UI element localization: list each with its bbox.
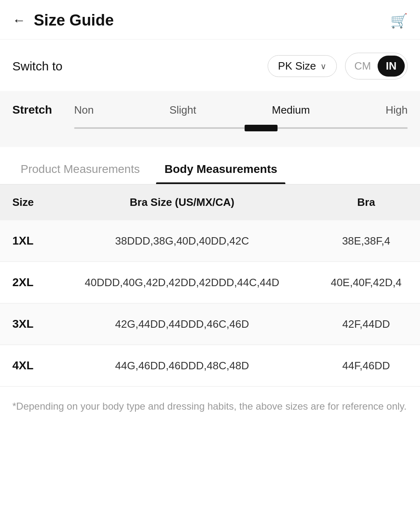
tab-product-measurements[interactable]: Product Measurements xyxy=(12,151,148,184)
stretch-slider[interactable] xyxy=(74,124,408,132)
tabs-section: Product Measurements Body Measurements xyxy=(0,151,420,184)
cell-size: 2XL xyxy=(0,262,52,303)
cell-bra: 44F,46DD xyxy=(312,345,420,387)
header: ← Size Guide 🛒 xyxy=(0,0,420,40)
cell-size: 1XL xyxy=(0,220,52,262)
measurements-table-wrapper: Size Bra Size (US/MX/CA) Bra 1XL 38DDD,3… xyxy=(0,184,420,387)
col-size-header: Size xyxy=(0,184,52,220)
table-row: 2XL 40DDD,40G,42D,42DD,42DDD,44C,44D 40E… xyxy=(0,262,420,303)
stretch-label: Stretch xyxy=(12,103,62,117)
cell-bra: 40E,40F,42D,4 xyxy=(312,262,420,303)
cell-bra-us: 38DDD,38G,40D,40DD,42C xyxy=(52,220,312,262)
cart-icon[interactable]: 🛒 xyxy=(390,12,408,29)
cell-bra-us: 44G,46DD,46DDD,48C,48D xyxy=(52,345,312,387)
switch-row: Switch to PK Size ∨ CM IN xyxy=(0,40,420,91)
page-title: Size Guide xyxy=(34,12,390,29)
unit-in-option[interactable]: IN xyxy=(378,56,405,77)
table-row: 4XL 44G,46DD,46DDD,48C,48D 44F,46DD xyxy=(0,345,420,387)
stretch-track xyxy=(74,127,408,129)
col-bra-header: Bra xyxy=(312,184,420,220)
unit-cm-option[interactable]: CM xyxy=(348,56,378,76)
cell-bra-us: 42G,44DD,44DDD,46C,46D xyxy=(52,303,312,345)
stretch-high[interactable]: High xyxy=(385,104,407,117)
switch-to-label: Switch to xyxy=(12,59,259,73)
stretch-medium[interactable]: Medium xyxy=(272,104,310,117)
cell-bra: 42F,44DD xyxy=(312,303,420,345)
measurements-table: Size Bra Size (US/MX/CA) Bra 1XL 38DDD,3… xyxy=(0,184,420,387)
table-row: 1XL 38DDD,38G,40D,40DD,42C 38E,38F,4 xyxy=(0,220,420,262)
unit-toggle[interactable]: CM IN xyxy=(345,53,408,79)
table-header-row: Size Bra Size (US/MX/CA) Bra xyxy=(0,184,420,220)
cell-bra-us: 40DDD,40G,42D,42DD,42DDD,44C,44D xyxy=(52,262,312,303)
pk-size-label: PK Size xyxy=(278,60,316,72)
tab-body-measurements[interactable]: Body Measurements xyxy=(156,151,285,184)
cell-bra: 38E,38F,4 xyxy=(312,220,420,262)
cell-size: 3XL xyxy=(0,303,52,345)
pk-size-dropdown[interactable]: PK Size ∨ xyxy=(268,55,337,77)
back-button[interactable]: ← xyxy=(12,13,26,28)
chevron-down-icon: ∨ xyxy=(320,61,327,71)
stretch-row: Stretch Non Slight Medium High xyxy=(12,103,408,117)
table-row: 3XL 42G,44DD,44DDD,46C,46D 42F,44DD xyxy=(0,303,420,345)
stretch-section: Stretch Non Slight Medium High xyxy=(0,91,420,147)
footer-note: *Depending on your body type and dressin… xyxy=(0,387,420,426)
stretch-non[interactable]: Non xyxy=(74,104,94,117)
stretch-thumb xyxy=(245,125,278,131)
col-bra-us-header: Bra Size (US/MX/CA) xyxy=(52,184,312,220)
cell-size: 4XL xyxy=(0,345,52,387)
stretch-slight[interactable]: Slight xyxy=(169,104,196,117)
stretch-options: Non Slight Medium High xyxy=(74,104,408,117)
